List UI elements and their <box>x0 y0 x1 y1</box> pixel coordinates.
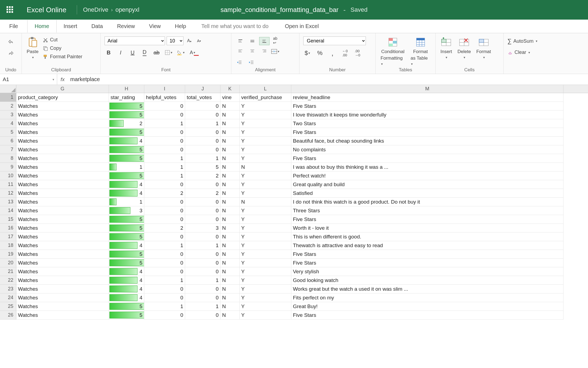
align-top-button[interactable] <box>235 37 246 45</box>
cell-vine[interactable]: N <box>220 163 240 171</box>
cell-category[interactable]: Watches <box>16 119 109 128</box>
cell-category[interactable]: Watches <box>16 171 109 180</box>
cut-button[interactable]: Cut <box>43 37 82 43</box>
cell-vine[interactable]: N <box>220 267 240 276</box>
cell-category[interactable]: Watches <box>16 180 109 189</box>
align-left-button[interactable] <box>235 47 246 55</box>
cell-helpful[interactable]: 1 <box>144 119 185 128</box>
cell-headline[interactable]: Five Stars <box>291 259 564 267</box>
column-header-M[interactable]: M <box>291 85 564 93</box>
cell-total[interactable]: 0 <box>185 267 220 276</box>
breadcrumb-root[interactable]: OneDrive <box>83 6 108 13</box>
cell-verified[interactable]: Y <box>240 171 291 180</box>
cell-helpful[interactable]: 1 <box>144 302 185 311</box>
select-all-corner[interactable] <box>0 85 16 93</box>
tab-home[interactable]: Home <box>27 20 56 33</box>
cell-total[interactable]: 1 <box>185 302 220 311</box>
merge-button[interactable]: ▾ <box>271 47 279 56</box>
row-header-20[interactable]: 20 <box>0 259 16 267</box>
cell-total[interactable]: 0 <box>185 128 220 137</box>
italic-button[interactable]: I <box>117 48 125 57</box>
header-cell[interactable]: total_votes <box>185 93 220 102</box>
cell-verified[interactable]: Y <box>240 189 291 198</box>
cell-verified[interactable]: Y <box>240 111 291 119</box>
cell-verified[interactable]: Y <box>240 232 291 241</box>
cell-category[interactable]: Watches <box>16 128 109 137</box>
cell-total[interactable]: 0 <box>185 285 220 293</box>
cell-total[interactable]: 2 <box>185 189 220 198</box>
row-header-23[interactable]: 23 <box>0 285 16 293</box>
format-cells-button[interactable]: Format ▾ <box>475 36 492 59</box>
cell-verified[interactable]: N <box>240 163 291 171</box>
cell-rating[interactable]: 4 <box>109 293 144 302</box>
cell-vine[interactable]: N <box>220 206 240 215</box>
cell-helpful[interactable]: 1 <box>144 241 185 250</box>
row-header-11[interactable]: 11 <box>0 180 16 189</box>
cell-category[interactable]: Watches <box>16 163 109 171</box>
font-name-select[interactable]: Arial <box>105 36 165 45</box>
cell-helpful[interactable]: 1 <box>144 276 185 285</box>
align-bottom-button[interactable] <box>259 37 270 45</box>
cell-vine[interactable]: N <box>220 198 240 206</box>
shrink-font-icon[interactable]: A▾ <box>195 37 203 45</box>
cell-total[interactable]: 0 <box>185 111 220 119</box>
insert-cells-button[interactable]: Insert ▾ <box>439 36 453 59</box>
cell-rating[interactable]: 4 <box>109 241 144 250</box>
cell-helpful[interactable]: 0 <box>144 232 185 241</box>
cell-helpful[interactable]: 1 <box>144 163 185 171</box>
align-middle-button[interactable] <box>247 37 258 45</box>
cell-helpful[interactable]: 0 <box>144 215 185 224</box>
cell-headline[interactable]: Works great but the watch a used it on w… <box>291 285 564 293</box>
cell-category[interactable]: Watches <box>16 293 109 302</box>
number-format-select[interactable]: General <box>303 36 366 45</box>
cell-total[interactable]: 0 <box>185 215 220 224</box>
cell-category[interactable]: Watches <box>16 302 109 311</box>
cell-vine[interactable]: N <box>220 241 240 250</box>
tab-file[interactable]: File <box>0 20 27 33</box>
cell-headline[interactable]: This is when different is good. <box>291 232 564 241</box>
cell-rating[interactable]: 5 <box>109 171 144 180</box>
cell-verified[interactable]: Y <box>240 206 291 215</box>
cell-verified[interactable]: Y <box>240 285 291 293</box>
grow-font-icon[interactable]: A▴ <box>185 37 193 45</box>
column-header-L[interactable]: L <box>240 85 291 93</box>
strikethrough-button[interactable]: ab <box>152 48 161 57</box>
cell-verified[interactable]: Y <box>240 145 291 154</box>
cell-rating[interactable]: 4 <box>109 276 144 285</box>
cell-helpful[interactable]: 0 <box>144 102 185 111</box>
cell-total[interactable]: 0 <box>185 145 220 154</box>
cell-verified[interactable]: Y <box>240 311 291 320</box>
clear-button[interactable]: Clear ▾ <box>507 50 530 55</box>
cell-verified[interactable]: Y <box>240 250 291 259</box>
cell-vine[interactable]: N <box>220 189 240 198</box>
wrap-text-button[interactable]: ab↩ <box>271 36 279 45</box>
row-header-3[interactable]: 3 <box>0 111 16 119</box>
open-in-excel-button[interactable]: Open in Excel <box>277 23 327 29</box>
borders-button[interactable]: ▾ <box>164 48 173 57</box>
cell-rating[interactable]: 5 <box>109 302 144 311</box>
paste-button[interactable]: Paste ▾ <box>26 36 39 59</box>
cell-helpful[interactable]: 0 <box>144 267 185 276</box>
cell-rating[interactable]: 5 <box>109 224 144 232</box>
cell-vine[interactable]: N <box>220 215 240 224</box>
cell-category[interactable]: Watches <box>16 111 109 119</box>
cell-verified[interactable]: Y <box>240 302 291 311</box>
double-underline-button[interactable]: D <box>140 48 149 57</box>
cell-category[interactable]: Watches <box>16 206 109 215</box>
align-center-button[interactable] <box>247 47 258 55</box>
row-header-6[interactable]: 6 <box>0 137 16 145</box>
row-header-1[interactable]: 1 <box>0 93 16 102</box>
comma-format-button[interactable]: , <box>328 49 336 57</box>
fx-icon[interactable]: fx <box>57 76 68 82</box>
cell-rating[interactable]: 4 <box>109 137 144 145</box>
cell-headline[interactable]: I was about to buy this thinking it was … <box>291 163 564 171</box>
row-header-18[interactable]: 18 <box>0 241 16 250</box>
cell-helpful[interactable]: 0 <box>144 311 185 320</box>
cell-category[interactable]: Watches <box>16 311 109 320</box>
cell-verified[interactable]: Y <box>240 180 291 189</box>
cell-rating[interactable]: 5 <box>109 259 144 267</box>
row-header-14[interactable]: 14 <box>0 206 16 215</box>
cell-verified[interactable]: Y <box>240 154 291 163</box>
cell-headline[interactable]: Satisfied <box>291 189 564 198</box>
cell-headline[interactable]: Five Stars <box>291 215 564 224</box>
